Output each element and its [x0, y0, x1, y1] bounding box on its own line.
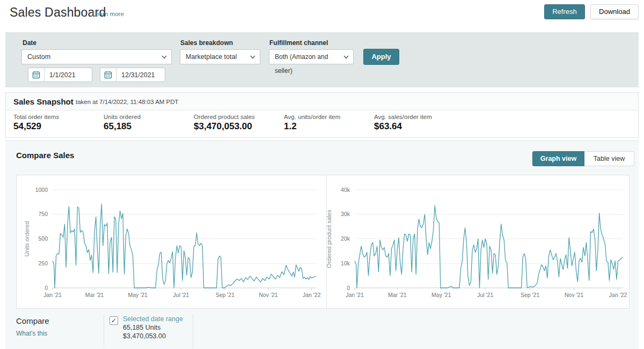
- selected-range-units: 65,185 Units: [123, 324, 183, 331]
- svg-text:750: 750: [38, 211, 48, 217]
- date-label: Date: [23, 39, 36, 47]
- svg-text:250: 250: [38, 260, 48, 266]
- svg-text:Jul '21: Jul '21: [173, 292, 189, 298]
- svg-text:Jan '22: Jan '22: [303, 292, 321, 298]
- sales-snapshot-panel: Sales Snapshot taken at 7/14/2022, 11:48…: [5, 92, 639, 138]
- snapshot-stats-row: Total order items 54,529 Units ordered 6…: [6, 110, 638, 138]
- fulfillment-channel-select[interactable]: Both (Amazon and seller): [269, 49, 354, 64]
- svg-text:Mar '21: Mar '21: [388, 292, 407, 298]
- start-date-input[interactable]: [45, 71, 90, 79]
- charts-panel: 02505007501000Jan '21Mar '21May '21Jul '…: [16, 175, 630, 309]
- sales-dashboard-page: Sales Dashboard Learn more Refresh Downl…: [0, 0, 644, 349]
- page-title: Sales Dashboard: [10, 5, 106, 20]
- end-date-field[interactable]: [100, 68, 165, 82]
- compare-legend-header: Compare What's this: [16, 314, 104, 347]
- fulfillment-channel-label: Fulfillment channel: [269, 39, 328, 47]
- svg-text:Jul '21: Jul '21: [477, 292, 493, 298]
- units-ordered-chart: 02505007501000Jan '21Mar '21May '21Jul '…: [17, 175, 327, 308]
- svg-text:10k: 10k: [341, 260, 350, 266]
- compare-sales-section: Compare Sales Graph view Table view 0250…: [5, 140, 639, 349]
- stat-avg-sales-order: Avg. sales/order item $63.64: [374, 114, 432, 132]
- svg-text:500: 500: [38, 235, 48, 242]
- compare-sales-title: Compare Sales: [16, 151, 74, 160]
- chevron-down-icon: [250, 55, 255, 59]
- stat-total-order-items: Total order items 54,529: [13, 114, 59, 132]
- calendar-icon: [100, 68, 116, 81]
- stat-units-ordered: Units ordered 65,185: [104, 114, 141, 132]
- start-date-field[interactable]: [28, 68, 92, 82]
- filter-bar: Date Custom Sales breakdown Marketplace …: [5, 32, 639, 87]
- apply-button[interactable]: Apply: [363, 49, 399, 65]
- svg-text:May '21: May '21: [431, 292, 451, 298]
- svg-text:Jan '22: Jan '22: [609, 292, 627, 298]
- date-range-select[interactable]: Custom: [21, 49, 172, 64]
- selected-range-label: Selected date range: [123, 315, 183, 323]
- graph-view-button[interactable]: Graph view: [532, 151, 584, 166]
- chevron-down-icon: [162, 55, 167, 59]
- calendar-icon: [28, 68, 45, 81]
- selected-range-legend-item: ✓ Selected date range 65,185 Units $3,47…: [104, 314, 193, 347]
- stat-avg-units-order: Avg. units/order item 1.2: [284, 114, 340, 132]
- download-button[interactable]: Download: [590, 4, 639, 19]
- svg-text:40k: 40k: [341, 187, 350, 193]
- date-range-value: Custom: [27, 53, 50, 61]
- ordered-product-sales-chart: 010k20k30k40kJan '21Mar '21May '21Jul '2…: [327, 175, 633, 308]
- svg-text:30k: 30k: [341, 211, 350, 217]
- fulfillment-channel-value: Both (Amazon and seller): [275, 53, 328, 75]
- compare-title: Compare: [16, 316, 104, 325]
- compare-legend: Compare What's this ✓ Selected date rang…: [16, 314, 193, 347]
- svg-text:Sep '21: Sep '21: [216, 292, 235, 298]
- sales-breakdown-select[interactable]: Marketplace total: [180, 49, 260, 64]
- view-toggle: Graph view Table view: [532, 151, 634, 166]
- svg-text:20k: 20k: [341, 235, 350, 242]
- svg-text:Units ordered: Units ordered: [24, 221, 30, 256]
- sales-breakdown-value: Marketplace total: [186, 53, 237, 61]
- refresh-button[interactable]: Refresh: [544, 4, 585, 19]
- svg-text:Jan '21: Jan '21: [346, 292, 364, 298]
- svg-text:Jan '21: Jan '21: [43, 292, 62, 298]
- end-date-input[interactable]: [116, 71, 162, 79]
- svg-text:0: 0: [45, 285, 48, 291]
- sales-breakdown-label: Sales breakdown: [180, 39, 233, 47]
- sales-snapshot-title: Sales Snapshot: [13, 97, 74, 106]
- line-chart-svg: 010k20k30k40kJan '21Mar '21May '21Jul '2…: [327, 175, 633, 308]
- stat-ordered-product-sales: Ordered product sales $3,470,053.00: [194, 114, 255, 132]
- sales-snapshot-header: Sales Snapshot taken at 7/14/2022, 11:48…: [6, 93, 638, 110]
- svg-text:Mar '21: Mar '21: [85, 292, 104, 298]
- svg-text:0: 0: [347, 285, 350, 291]
- whats-this-link[interactable]: What's this: [16, 330, 104, 337]
- line-chart-svg: 02505007501000Jan '21Mar '21May '21Jul '…: [17, 175, 326, 308]
- svg-text:Ordered product sales: Ordered product sales: [327, 210, 332, 268]
- svg-text:Nov '21: Nov '21: [565, 292, 583, 298]
- snapshot-timestamp: taken at 7/14/2022, 11:48:03 AM PDT: [76, 99, 179, 105]
- selected-range-sales: $3,470,053.00: [123, 332, 183, 340]
- svg-text:Nov '21: Nov '21: [259, 292, 277, 298]
- chevron-down-icon: [343, 55, 349, 59]
- table-view-button[interactable]: Table view: [584, 151, 634, 166]
- svg-text:1000: 1000: [35, 187, 48, 193]
- learn-more-link[interactable]: Learn more: [92, 11, 124, 17]
- selected-range-checkbox[interactable]: ✓: [109, 316, 118, 325]
- svg-text:Sep '21: Sep '21: [521, 292, 539, 298]
- svg-text:May '21: May '21: [128, 292, 148, 298]
- selected-range-texts: Selected date range 65,185 Units $3,470,…: [123, 315, 183, 347]
